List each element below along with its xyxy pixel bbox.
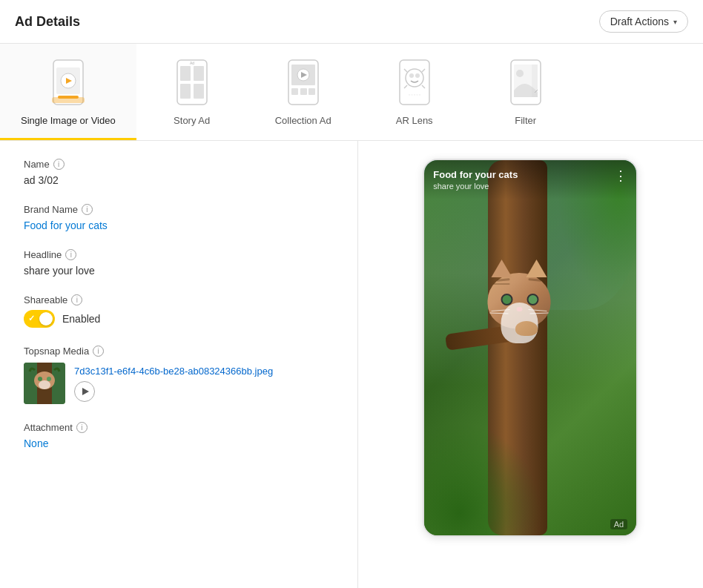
shareable-toggle[interactable]: ✓ <box>24 310 55 328</box>
chevron-down-icon: ▾ <box>673 18 677 26</box>
media-item: 7d3c13f1-e6f4-4c6b-be28-ab08324366bb.jpe… <box>24 363 334 404</box>
svg-point-37 <box>47 377 51 381</box>
preview-more-options-icon[interactable]: ⋮ <box>614 168 627 184</box>
media-info: 7d3c13f1-e6f4-4c6b-be28-ab08324366bb.jpe… <box>74 366 273 402</box>
name-field-group: Name i ad 3/02 <box>24 159 334 186</box>
svg-point-21 <box>409 73 414 78</box>
story-ad-icon: Ad <box>173 56 211 109</box>
cat-face <box>488 273 551 328</box>
media-thumbnail-image <box>24 363 65 404</box>
attachment-label: Attachment i <box>24 422 334 433</box>
tab-single-image-video[interactable]: Single Image or Video <box>0 44 136 140</box>
svg-point-36 <box>38 377 42 381</box>
ad-type-tabs: Single Image or Video Ad Story Ad <box>0 44 703 141</box>
tab-story-ad[interactable]: Ad Story Ad <box>136 44 248 140</box>
brand-name-field-group: Brand Name i Food for your cats <box>24 204 334 231</box>
attachment-info-icon[interactable]: i <box>76 422 88 433</box>
shareable-info-icon[interactable]: i <box>71 294 82 305</box>
tab-story-ad-label: Story Ad <box>174 115 210 126</box>
collection-ad-icon <box>284 56 323 109</box>
cat-paw <box>515 321 538 336</box>
media-thumbnail <box>24 363 65 404</box>
right-panel: Food for your cats share your love ⋮ Ad <box>358 141 704 588</box>
shareable-field-group: Shareable i ✓ Enabled <box>24 294 334 328</box>
svg-rect-17 <box>300 88 307 95</box>
tab-collection-ad[interactable]: Collection Ad <box>248 44 359 140</box>
svg-rect-9 <box>180 84 191 99</box>
media-filename[interactable]: 7d3c13f1-e6f4-4c6b-be28-ab08324366bb.jpe… <box>74 366 273 377</box>
tab-filter-label: Filter <box>515 115 536 126</box>
ad-preview: Food for your cats share your love ⋮ Ad <box>423 159 638 537</box>
attachment-field-group: Attachment i None <box>24 422 334 449</box>
tabby-stripe-3 <box>529 278 542 282</box>
cat-eye-right <box>527 294 539 305</box>
name-info-icon[interactable]: i <box>53 159 65 170</box>
headline-label: Headline i <box>24 249 334 260</box>
page-title: Ad Details <box>15 14 80 30</box>
svg-point-22 <box>415 73 420 78</box>
preview-ad-badge: Ad <box>610 519 627 529</box>
svg-text:Ad: Ad <box>190 61 194 65</box>
brand-name-label: Brand Name i <box>24 204 334 215</box>
preview-brand-name: Food for your cats <box>433 169 627 180</box>
tab-ar-lens-label: AR Lens <box>396 115 433 126</box>
tab-collection-ad-label: Collection Ad <box>275 115 331 126</box>
ar-lens-icon: ○ ○ ○ ○ ○ <box>395 56 434 109</box>
draft-actions-label: Draft Actions <box>610 16 669 27</box>
headline-field-group: Headline i share your love <box>24 249 334 277</box>
draft-actions-button[interactable]: Draft Actions ▾ <box>599 10 688 33</box>
svg-rect-7 <box>180 66 191 81</box>
tab-single-image-video-label: Single Image or Video <box>21 115 116 126</box>
topsnap-media-label: Topsnap Media i <box>24 346 334 357</box>
svg-text:○ ○ ○ ○ ○: ○ ○ ○ ○ ○ <box>408 93 420 96</box>
brand-name-value: Food for your cats <box>24 219 334 231</box>
svg-point-31 <box>516 70 524 77</box>
shareable-toggle-row: ✓ Enabled <box>24 310 334 328</box>
svg-rect-8 <box>194 66 204 81</box>
cat-scene <box>424 160 636 535</box>
main-content: Name i ad 3/02 Brand Name i Food for you… <box>0 141 703 588</box>
shareable-label: Shareable i <box>24 294 334 305</box>
toggle-check-icon: ✓ <box>28 314 35 323</box>
brand-name-info-icon[interactable]: i <box>82 204 93 215</box>
topsnap-media-field-group: Topsnap Media i <box>24 346 334 404</box>
tabby-stripe-1 <box>497 278 510 282</box>
tab-filter[interactable]: Filter <box>470 44 581 140</box>
cat-ear-right-icon <box>527 260 547 277</box>
tabby-stripe-2 <box>494 283 510 285</box>
shareable-enabled-label: Enabled <box>62 313 100 325</box>
svg-rect-10 <box>194 84 204 99</box>
svg-rect-18 <box>308 88 315 95</box>
headline-value: share your love <box>24 265 334 277</box>
preview-image: Food for your cats share your love ⋮ Ad <box>424 160 636 535</box>
attachment-value: None <box>24 437 334 449</box>
preview-headline: share your love <box>433 182 627 191</box>
single-image-video-icon <box>49 56 88 109</box>
svg-rect-5 <box>52 97 85 103</box>
preview-overlay: Food for your cats share your love <box>424 160 636 199</box>
left-panel: Name i ad 3/02 Brand Name i Food for you… <box>0 141 358 588</box>
name-value: ad 3/02 <box>24 174 334 186</box>
filter-icon <box>506 56 545 109</box>
svg-rect-16 <box>291 88 298 95</box>
svg-point-38 <box>39 380 50 389</box>
cat-ear-left-icon <box>492 260 512 277</box>
name-label: Name i <box>24 159 334 170</box>
tab-ar-lens[interactable]: ○ ○ ○ ○ ○ AR Lens <box>359 44 470 140</box>
topsnap-media-info-icon[interactable]: i <box>93 346 104 357</box>
play-button[interactable] <box>74 381 95 402</box>
cat-body <box>471 273 567 406</box>
page-header: Ad Details Draft Actions ▾ <box>0 0 703 44</box>
headline-info-icon[interactable]: i <box>65 249 76 260</box>
